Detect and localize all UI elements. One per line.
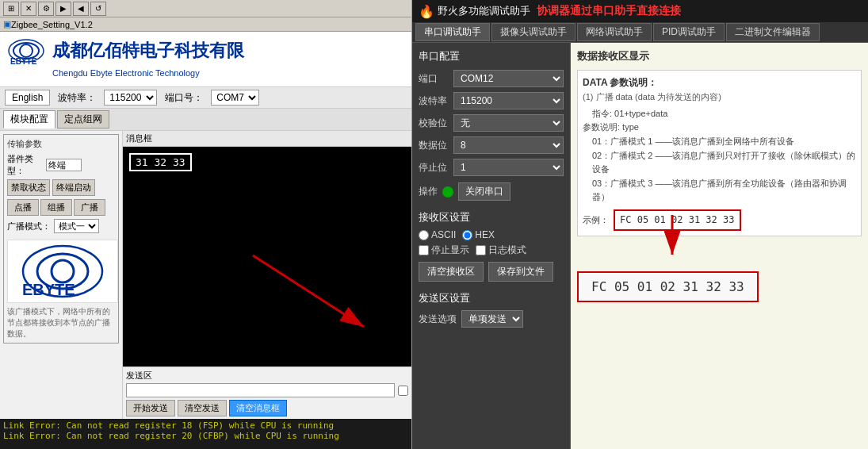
status-line-2: Link Error: Can not read register 20 (CF…	[3, 431, 408, 441]
nav-pid[interactable]: PID调试助手	[653, 23, 725, 41]
broadcast-label: 广播模式：	[7, 221, 51, 232]
tb-btn-6[interactable]: ↺	[90, 2, 106, 16]
check-row: 校验位 无	[419, 114, 564, 132]
operation-row: 操作 关闭串口	[419, 182, 564, 201]
params-section: 传输参数 器件类型： 禁取状态 终端启动 点播 组播 广播 广播模式：	[3, 134, 119, 343]
nav-binary[interactable]: 二进制文件编辑器	[726, 23, 820, 41]
tb-btn-5[interactable]: ◀	[73, 2, 89, 16]
check-label: 校验位	[419, 117, 450, 130]
nav-camera[interactable]: 摄像头调试助手	[491, 23, 575, 41]
left-sidebar: 传输参数 器件类型： 禁取状态 终端启动 点播 组播 广播 广播模式：	[0, 131, 123, 419]
mode03-line: 03：广播模式 3 ——该消息广播到所有全功能设备（路由器和协调器）	[592, 177, 856, 205]
hex-radio-label[interactable]: HEX	[462, 229, 495, 240]
fire-icon: 🔥	[419, 4, 434, 19]
right-subtitle: 协调器通过串口助手直接连接	[537, 4, 681, 18]
stop-display-check[interactable]	[419, 245, 429, 255]
device-value-input[interactable]	[46, 159, 82, 171]
msg-box: 31 32 33	[123, 147, 411, 366]
data-bits-select[interactable]: 8	[453, 136, 564, 154]
ascii-label: ASCII	[431, 229, 456, 240]
stop-bits-select[interactable]: 1	[453, 159, 564, 176]
language-button[interactable]: English	[5, 90, 50, 106]
svg-point-4	[52, 260, 74, 282]
stop-display-label[interactable]: 停止显示	[419, 244, 469, 257]
toolbar: ⊞ ✕ ⚙ ▶ ◀ ↺	[0, 0, 411, 17]
title-bar: ▣ Zigbee_Setting_V1.2	[0, 17, 411, 32]
tb-btn-4[interactable]: ▶	[55, 2, 71, 16]
logo-big-icon: EBYTE	[7, 240, 118, 303]
status-btn-2[interactable]: 终端启动	[52, 179, 95, 196]
broadcast-title: (1) 广播 data (data 为待发送的内容)	[583, 90, 856, 105]
baud-label: 波特率：	[58, 91, 96, 105]
device-type-row: 器件类型：	[7, 153, 115, 177]
action-btn-group[interactable]: 组播	[40, 199, 72, 216]
bottom-status: Link Error: Can not read register 18 (FS…	[0, 419, 411, 449]
receive-buttons: 清空接收区 保存到文件	[419, 262, 564, 282]
tb-btn-3[interactable]: ⚙	[38, 2, 54, 16]
send-checkbox[interactable]	[398, 386, 408, 396]
tab-module-config[interactable]: 模块配置	[3, 110, 55, 129]
action-btn-broadcast[interactable]: 点播	[7, 199, 39, 216]
data-info-title: DATA 参数说明：	[583, 75, 856, 90]
serial-config-title: 串口配置	[419, 49, 564, 63]
hex-radio[interactable]	[462, 230, 472, 240]
clear-msg-btn[interactable]: 清空消息框	[229, 400, 287, 416]
display-options-row: 停止显示 日志模式	[419, 244, 564, 257]
logo-row: EBYTE 成都亿佰特电子科技有限	[6, 35, 244, 67]
params-title: 传输参数	[7, 138, 115, 150]
tb-btn-1[interactable]: ⊞	[3, 2, 19, 16]
send-options-select[interactable]: 单项发送	[461, 310, 523, 328]
ascii-radio-label[interactable]: ASCII	[419, 229, 456, 240]
port-row: 端口 COM12	[419, 70, 564, 87]
data-display-panel: 数据接收区显示 DATA 参数说明： (1) 广播 data (data 为待发…	[571, 43, 868, 449]
save-file-btn[interactable]: 保存到文件	[488, 262, 553, 282]
svg-text:EBYTE: EBYTE	[10, 57, 37, 66]
baud-select[interactable]: 115200	[104, 90, 157, 106]
clear-receive-btn[interactable]: 清空接收区	[419, 262, 484, 282]
data-bits-label: 数据位	[419, 139, 450, 152]
example-label: 示例：	[583, 213, 609, 228]
svg-text:EBYTE: EBYTE	[22, 281, 75, 298]
device-label: 器件类型：	[7, 153, 43, 177]
serial-config-panel: 串口配置 端口 COM12 波特率 115200 校验位 无 数据位	[412, 43, 571, 449]
left-panel: ⊞ ✕ ⚙ ▶ ◀ ↺ ▣ Zigbee_Setting_V1.2 EBYTE …	[0, 0, 412, 449]
send-input[interactable]	[126, 383, 395, 397]
ascii-radio[interactable]	[419, 230, 429, 240]
baud-config-row: 波特率 115200	[419, 92, 564, 109]
msg-content: 31 32 33	[136, 156, 185, 168]
broadcast-row: 广播模式： 模式一	[7, 219, 115, 233]
lang-row: English 波特率： 115200 端口号： COM7	[0, 87, 411, 109]
red-arrow-svg	[245, 248, 388, 343]
port-label: 端口号：	[165, 91, 203, 105]
message-area: 消息框 31 32 33 发送区	[123, 131, 411, 419]
log-mode-label[interactable]: 日志模式	[476, 244, 526, 257]
op-indicator	[442, 186, 453, 198]
log-mode-check[interactable]	[476, 245, 486, 255]
instruction-line: 指令: 01+type+data	[592, 107, 856, 121]
right-app-title: 🔥 野火多功能调试助手	[419, 4, 530, 19]
status-btn-1[interactable]: 禁取状态	[7, 179, 50, 196]
port-config-select[interactable]: COM12	[453, 70, 564, 87]
nav-network[interactable]: 网络调试助手	[577, 23, 652, 41]
app-icon: ▣	[3, 19, 11, 29]
info-text: 该广播模式下，网络中所有的节点都将接收到本节点的广播数据。	[7, 306, 115, 340]
port-select[interactable]: COM7	[211, 90, 259, 106]
op-label: 操作	[419, 185, 438, 198]
baud-config-select[interactable]: 115200	[453, 92, 564, 109]
tb-btn-2[interactable]: ✕	[21, 2, 36, 16]
broadcast-select[interactable]: 模式一	[54, 219, 99, 233]
action-btn-single[interactable]: 广播	[74, 199, 105, 216]
app-title: Zigbee_Setting_V1.2	[11, 20, 93, 29]
nav-serial[interactable]: 串口调试助手	[415, 23, 490, 41]
right-nav: 串口调试助手 摄像头调试助手 网络调试助手 PID调试助手 二进制文件编辑器	[412, 22, 868, 43]
status-line-1: Link Error: Can not read register 18 (FS…	[3, 420, 408, 431]
stop-bits-label: 停止位	[419, 161, 450, 175]
clear-send-btn[interactable]: 清空发送	[178, 400, 227, 416]
send-label: 发送区	[126, 370, 408, 382]
svg-line-9	[253, 255, 364, 327]
receive-settings: 接收区设置 ASCII HEX 停止显示	[419, 210, 564, 282]
check-select[interactable]: 无	[453, 114, 564, 132]
tab-fixed-group[interactable]: 定点组网	[57, 110, 109, 129]
start-send-btn[interactable]: 开始发送	[126, 400, 175, 416]
close-serial-btn[interactable]: 关闭串口	[458, 182, 510, 201]
